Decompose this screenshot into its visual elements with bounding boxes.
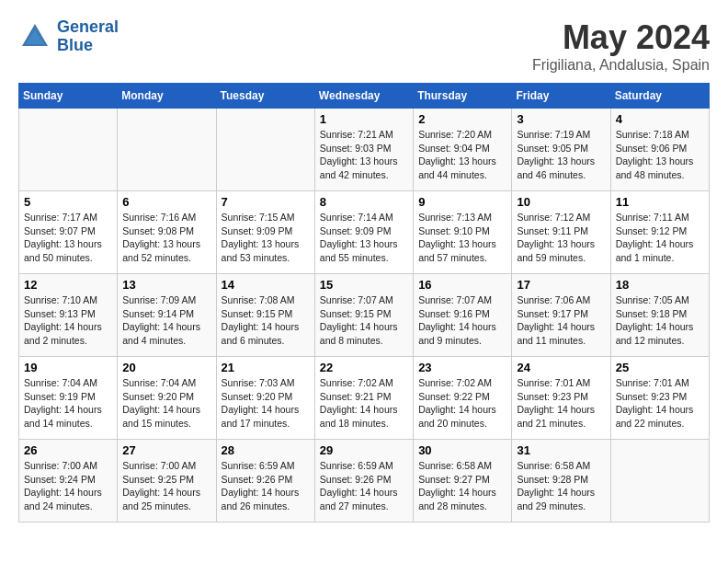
calendar-cell: 4Sunrise: 7:18 AM Sunset: 9:06 PM Daylig… (610, 109, 709, 191)
calendar-cell: 5Sunrise: 7:17 AM Sunset: 9:07 PM Daylig… (19, 191, 118, 274)
logo-icon (18, 20, 51, 53)
calendar-cell: 1Sunrise: 7:21 AM Sunset: 9:03 PM Daylig… (314, 109, 413, 191)
logo: General Blue (18, 18, 119, 55)
day-number: 2 (418, 112, 506, 126)
cell-info: Sunrise: 7:13 AM Sunset: 9:10 PM Dayligh… (418, 211, 506, 265)
weekday-header: Sunday (19, 84, 118, 109)
calendar-cell: 18Sunrise: 7:05 AM Sunset: 9:18 PM Dayli… (610, 274, 709, 357)
cell-info: Sunrise: 7:03 AM Sunset: 9:20 PM Dayligh… (222, 376, 310, 431)
calendar-cell: 19Sunrise: 7:04 AM Sunset: 9:19 PM Dayli… (19, 357, 118, 440)
cell-info: Sunrise: 7:08 AM Sunset: 9:15 PM Dayligh… (222, 293, 310, 348)
main-title: May 2024 (532, 18, 710, 57)
weekday-header: Saturday (610, 84, 709, 109)
day-number: 27 (122, 443, 210, 457)
calendar-header-row: SundayMondayTuesdayWednesdayThursdayFrid… (19, 84, 710, 109)
day-number: 23 (418, 361, 506, 374)
calendar-cell: 22Sunrise: 7:02 AM Sunset: 9:21 PM Dayli… (314, 357, 413, 440)
cell-info: Sunrise: 7:00 AM Sunset: 9:25 PM Dayligh… (122, 459, 210, 513)
day-number: 20 (122, 361, 210, 374)
cell-info: Sunrise: 7:07 AM Sunset: 9:15 PM Dayligh… (320, 293, 408, 348)
day-number: 5 (24, 195, 112, 209)
cell-info: Sunrise: 7:10 AM Sunset: 9:13 PM Dayligh… (24, 293, 112, 348)
calendar-week-row: 5Sunrise: 7:17 AM Sunset: 9:07 PM Daylig… (19, 191, 710, 274)
cell-info: Sunrise: 6:58 AM Sunset: 9:28 PM Dayligh… (517, 459, 605, 513)
calendar-cell (19, 109, 118, 191)
calendar-cell: 24Sunrise: 7:01 AM Sunset: 9:23 PM Dayli… (512, 357, 610, 440)
cell-info: Sunrise: 7:14 AM Sunset: 9:09 PM Dayligh… (320, 211, 408, 265)
calendar-cell: 12Sunrise: 7:10 AM Sunset: 9:13 PM Dayli… (19, 274, 118, 357)
page-header: General Blue May 2024 Frigiliana, Andalu… (18, 18, 710, 74)
calendar-cell: 26Sunrise: 7:00 AM Sunset: 9:24 PM Dayli… (19, 440, 118, 523)
calendar-cell: 16Sunrise: 7:07 AM Sunset: 9:16 PM Dayli… (414, 274, 512, 357)
logo-line1: General (57, 18, 119, 37)
calendar-cell: 13Sunrise: 7:09 AM Sunset: 9:14 PM Dayli… (118, 274, 216, 357)
calendar-cell: 21Sunrise: 7:03 AM Sunset: 9:20 PM Dayli… (216, 357, 314, 440)
cell-info: Sunrise: 7:21 AM Sunset: 9:03 PM Dayligh… (320, 128, 408, 182)
day-number: 30 (418, 443, 506, 457)
weekday-header: Tuesday (216, 84, 314, 109)
calendar-cell: 2Sunrise: 7:20 AM Sunset: 9:04 PM Daylig… (414, 109, 512, 191)
day-number: 13 (122, 278, 210, 292)
day-number: 3 (517, 112, 605, 126)
day-number: 22 (320, 361, 408, 374)
day-number: 14 (222, 278, 310, 292)
calendar-cell: 7Sunrise: 7:15 AM Sunset: 9:09 PM Daylig… (216, 191, 314, 274)
calendar-cell: 28Sunrise: 6:59 AM Sunset: 9:26 PM Dayli… (216, 440, 314, 523)
day-number: 10 (517, 195, 605, 209)
calendar-cell: 20Sunrise: 7:04 AM Sunset: 9:20 PM Dayli… (118, 357, 216, 440)
cell-info: Sunrise: 7:12 AM Sunset: 9:11 PM Dayligh… (517, 211, 605, 265)
calendar-cell: 10Sunrise: 7:12 AM Sunset: 9:11 PM Dayli… (512, 191, 610, 274)
weekday-header: Friday (512, 84, 610, 109)
calendar-cell: 27Sunrise: 7:00 AM Sunset: 9:25 PM Dayli… (118, 440, 216, 523)
calendar-week-row: 12Sunrise: 7:10 AM Sunset: 9:13 PM Dayli… (19, 274, 710, 357)
day-number: 19 (24, 361, 112, 374)
calendar-cell: 8Sunrise: 7:14 AM Sunset: 9:09 PM Daylig… (314, 191, 413, 274)
calendar-cell (118, 109, 216, 191)
cell-info: Sunrise: 7:01 AM Sunset: 9:23 PM Dayligh… (517, 376, 605, 431)
cell-info: Sunrise: 7:04 AM Sunset: 9:20 PM Dayligh… (122, 376, 210, 431)
day-number: 8 (320, 195, 408, 209)
day-number: 25 (616, 361, 704, 374)
day-number: 18 (616, 278, 704, 292)
cell-info: Sunrise: 7:04 AM Sunset: 9:19 PM Dayligh… (24, 376, 112, 431)
calendar-cell: 29Sunrise: 6:59 AM Sunset: 9:26 PM Dayli… (314, 440, 413, 523)
day-number: 15 (320, 278, 408, 292)
cell-info: Sunrise: 7:18 AM Sunset: 9:06 PM Dayligh… (616, 128, 704, 182)
calendar-cell: 14Sunrise: 7:08 AM Sunset: 9:15 PM Dayli… (216, 274, 314, 357)
cell-info: Sunrise: 6:58 AM Sunset: 9:27 PM Dayligh… (418, 459, 506, 513)
calendar-week-row: 19Sunrise: 7:04 AM Sunset: 9:19 PM Dayli… (19, 357, 710, 440)
cell-info: Sunrise: 7:00 AM Sunset: 9:24 PM Dayligh… (24, 459, 112, 513)
calendar-body: 1Sunrise: 7:21 AM Sunset: 9:03 PM Daylig… (19, 109, 710, 523)
day-number: 6 (122, 195, 210, 209)
weekday-header: Wednesday (314, 84, 413, 109)
calendar-cell (216, 109, 314, 191)
logo-line2: Blue (57, 37, 119, 55)
cell-info: Sunrise: 7:02 AM Sunset: 9:21 PM Dayligh… (320, 376, 408, 431)
weekday-header: Monday (118, 84, 216, 109)
subtitle: Frigiliana, Andalusia, Spain (532, 57, 710, 74)
calendar-cell: 15Sunrise: 7:07 AM Sunset: 9:15 PM Dayli… (314, 274, 413, 357)
day-number: 17 (517, 278, 605, 292)
cell-info: Sunrise: 7:11 AM Sunset: 9:12 PM Dayligh… (616, 211, 704, 265)
calendar-cell: 17Sunrise: 7:06 AM Sunset: 9:17 PM Dayli… (512, 274, 610, 357)
calendar-cell: 31Sunrise: 6:58 AM Sunset: 9:28 PM Dayli… (512, 440, 610, 523)
day-number: 24 (517, 361, 605, 374)
calendar-cell: 25Sunrise: 7:01 AM Sunset: 9:23 PM Dayli… (610, 357, 709, 440)
day-number: 16 (418, 278, 506, 292)
day-number: 21 (222, 361, 310, 374)
cell-info: Sunrise: 6:59 AM Sunset: 9:26 PM Dayligh… (320, 459, 408, 513)
cell-info: Sunrise: 7:20 AM Sunset: 9:04 PM Dayligh… (418, 128, 506, 182)
calendar-week-row: 26Sunrise: 7:00 AM Sunset: 9:24 PM Dayli… (19, 440, 710, 523)
cell-info: Sunrise: 6:59 AM Sunset: 9:26 PM Dayligh… (222, 459, 310, 513)
day-number: 12 (24, 278, 112, 292)
day-number: 4 (616, 112, 704, 126)
day-number: 28 (222, 443, 310, 457)
calendar-cell: 6Sunrise: 7:16 AM Sunset: 9:08 PM Daylig… (118, 191, 216, 274)
calendar-week-row: 1Sunrise: 7:21 AM Sunset: 9:03 PM Daylig… (19, 109, 710, 191)
calendar-cell: 9Sunrise: 7:13 AM Sunset: 9:10 PM Daylig… (414, 191, 512, 274)
cell-info: Sunrise: 7:02 AM Sunset: 9:22 PM Dayligh… (418, 376, 506, 431)
day-number: 26 (24, 443, 112, 457)
logo-text: General Blue (57, 18, 119, 55)
cell-info: Sunrise: 7:05 AM Sunset: 9:18 PM Dayligh… (616, 293, 704, 348)
day-number: 7 (222, 195, 310, 209)
